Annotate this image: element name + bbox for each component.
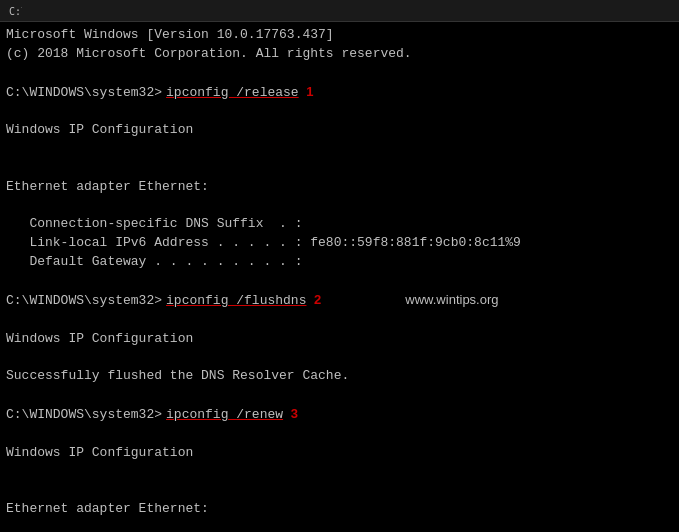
terminal-line: Ethernet adapter Ethernet: <box>6 178 673 197</box>
blank-line <box>6 425 673 444</box>
blank-line <box>6 272 673 291</box>
terminal-line: (c) 2018 Microsoft Corporation. All righ… <box>6 45 673 64</box>
svg-text:C:\: C:\ <box>9 6 22 17</box>
blank-line <box>6 197 673 216</box>
terminal-line: Ethernet adapter Ethernet: <box>6 500 673 519</box>
prompt-text: C:\WINDOWS\system32> <box>6 84 162 103</box>
blank-line <box>6 140 673 159</box>
blank-line <box>6 102 673 121</box>
blank-line <box>6 462 673 481</box>
command-line: C:\WINDOWS\system32>ipconfig /release 1 <box>6 83 673 103</box>
terminal-line: Windows IP Configuration <box>6 121 673 140</box>
terminal-line: Windows IP Configuration <box>6 444 673 463</box>
title-bar: C:\ <box>0 0 679 22</box>
watermark-text: www.wintips.org <box>405 291 498 310</box>
blank-line <box>6 159 673 178</box>
terminal-line: Microsoft Windows [Version 10.0.17763.43… <box>6 26 673 45</box>
command-text: ipconfig /renew <box>166 406 283 425</box>
terminal[interactable]: Microsoft Windows [Version 10.0.17763.43… <box>0 22 679 532</box>
cmd-icon: C:\ <box>8 4 22 18</box>
command-line: C:\WINDOWS\system32>ipconfig /renew 3 <box>6 405 673 425</box>
terminal-line: Connection-specific DNS Suffix . : <box>6 215 673 234</box>
terminal-line: Default Gateway . . . . . . . . . : <box>6 253 673 272</box>
step-number: 3 <box>287 405 298 424</box>
command-line: C:\WINDOWS\system32>ipconfig /flushdns 2… <box>6 291 673 311</box>
step-number: 1 <box>303 83 314 102</box>
terminal-line: Link-local IPv6 Address . . . . . : fe80… <box>6 234 673 253</box>
blank-line <box>6 481 673 500</box>
terminal-line: Successfully flushed the DNS Resolver Ca… <box>6 367 673 386</box>
command-text: ipconfig /flushdns <box>166 292 306 311</box>
blank-line <box>6 348 673 367</box>
prompt-text: C:\WINDOWS\system32> <box>6 406 162 425</box>
step-number: 2 <box>310 291 321 310</box>
blank-line <box>6 311 673 330</box>
terminal-line: Windows IP Configuration <box>6 330 673 349</box>
command-text: ipconfig /release <box>166 84 299 103</box>
blank-line <box>6 519 673 532</box>
blank-line <box>6 386 673 405</box>
blank-line <box>6 64 673 83</box>
prompt-text: C:\WINDOWS\system32> <box>6 292 162 311</box>
